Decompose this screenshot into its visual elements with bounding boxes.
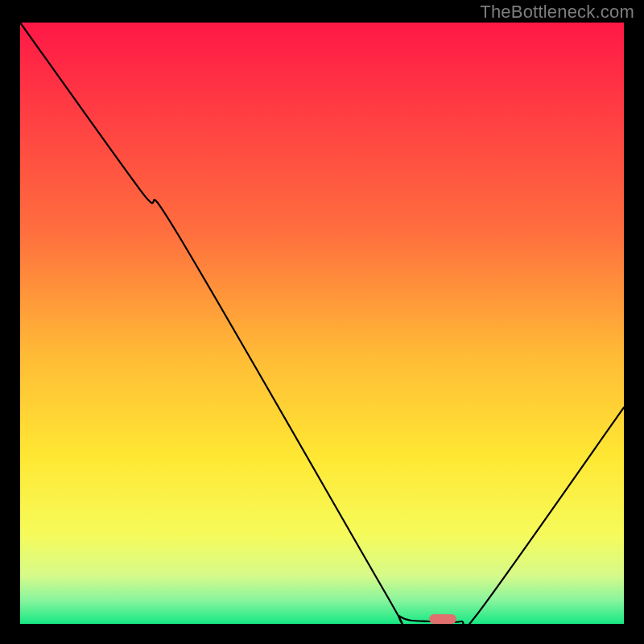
chart-svg: [20, 23, 624, 624]
gradient-background: [20, 23, 624, 624]
chart-area: [20, 23, 624, 624]
outer-frame: TheBottleneck.com: [0, 0, 644, 644]
watermark-text: TheBottleneck.com: [480, 2, 634, 23]
optimum-marker: [429, 614, 456, 624]
